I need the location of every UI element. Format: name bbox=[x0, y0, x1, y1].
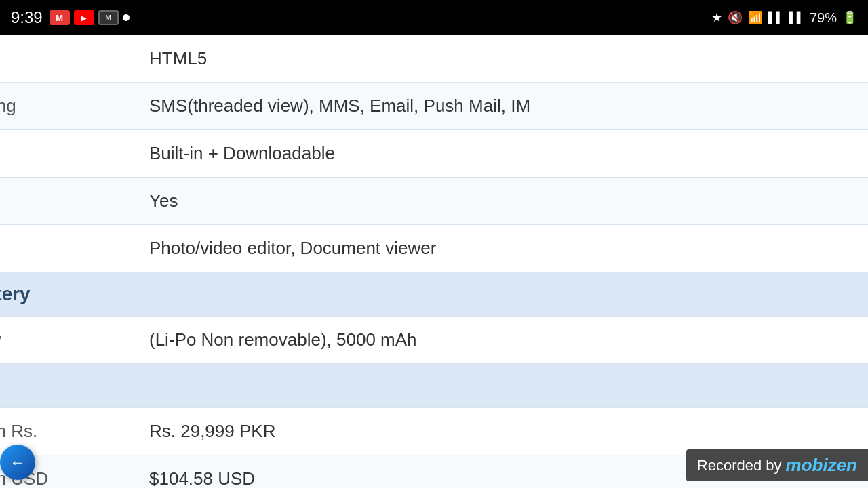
content-area: wser HTML5 ssaging SMS(threaded view), M… bbox=[0, 35, 868, 488]
label-capacity: pacity bbox=[0, 317, 136, 363]
value-price-section bbox=[136, 364, 868, 407]
value-search: Yes bbox=[136, 178, 868, 224]
app-icon-2: ▶ bbox=[74, 10, 94, 25]
value-tones: Built-in + Downloadable bbox=[136, 130, 868, 177]
value-messaging: SMS(threaded view), MMS, Email, Push Mai… bbox=[136, 83, 868, 129]
row-extra: ra Photo/video editor, Document viewer bbox=[0, 225, 868, 272]
row-search: ch Yes bbox=[0, 178, 868, 225]
status-dot bbox=[123, 14, 130, 21]
bluetooth-icon: ★ bbox=[711, 10, 722, 25]
back-arrow-icon: ← bbox=[9, 453, 26, 472]
signal-icon-1: ▌▌ bbox=[768, 12, 784, 24]
label-tones: nes bbox=[0, 130, 136, 177]
row-capacity: pacity (Li-Po Non removable), 5000 mAh bbox=[0, 317, 868, 364]
back-button[interactable]: ← bbox=[0, 445, 35, 480]
label-search: ch bbox=[0, 178, 136, 224]
row-price-pkr: ce in Rs. Rs. 29,999 PKR bbox=[0, 408, 868, 455]
status-right: ★ 🔇 📶 ▌▌ ▌▌ 79% 🔋 bbox=[711, 10, 857, 26]
wifi-icon: 📶 bbox=[748, 10, 763, 25]
value-price-pkr: Rs. 29,999 PKR bbox=[136, 408, 868, 455]
value-browser: HTML5 bbox=[136, 35, 868, 82]
status-time: 9:39 bbox=[11, 8, 43, 27]
signal-icon-2: ▌▌ bbox=[789, 12, 804, 24]
row-tones: nes Built-in + Downloadable bbox=[0, 130, 868, 178]
mute-icon: 🔇 bbox=[728, 10, 743, 25]
app-icon-1: M bbox=[50, 10, 70, 25]
section-price: ce bbox=[0, 364, 868, 408]
value-capacity: (Li-Po Non removable), 5000 mAh bbox=[136, 317, 868, 363]
battery-icon: 🔋 bbox=[842, 10, 857, 25]
status-app-icons: M ▶ M bbox=[50, 10, 130, 25]
battery-percent: 79% bbox=[810, 10, 837, 26]
row-messaging: ssaging SMS(threaded view), MMS, Email, … bbox=[0, 83, 868, 130]
label-browser: wser bbox=[0, 35, 136, 82]
value-extra: Photo/video editor, Document viewer bbox=[136, 225, 868, 272]
label-extra: ra bbox=[0, 225, 136, 272]
recorded-label: Recorded by bbox=[697, 457, 782, 474]
value-battery-section bbox=[136, 272, 868, 316]
recorded-badge: Recorded by mobizen bbox=[686, 449, 868, 481]
mobizen-logo: mobizen bbox=[786, 455, 857, 476]
app-icon-3: M bbox=[98, 10, 119, 25]
label-price-section: ce bbox=[0, 364, 136, 407]
row-browser: wser HTML5 bbox=[0, 35, 868, 83]
status-bar: 9:39 M ▶ M ★ 🔇 📶 ▌▌ ▌▌ 79% 🔋 bbox=[0, 0, 868, 35]
label-battery-section: ttery bbox=[0, 272, 136, 316]
status-left: 9:39 M ▶ M bbox=[11, 8, 130, 27]
label-messaging: ssaging bbox=[0, 83, 136, 129]
section-battery: ttery bbox=[0, 272, 868, 317]
